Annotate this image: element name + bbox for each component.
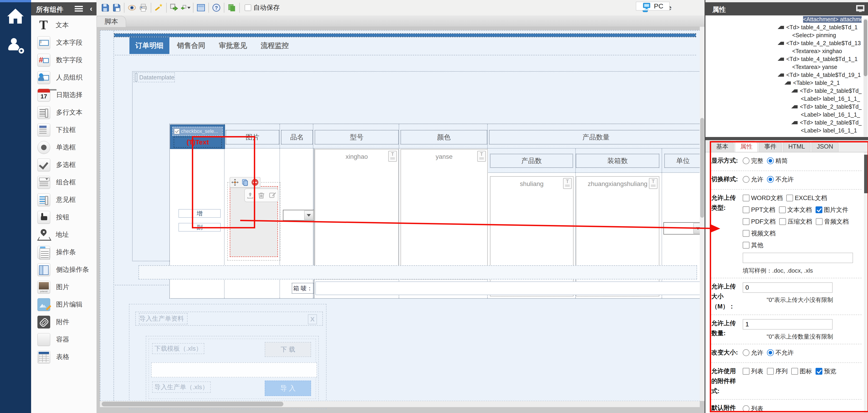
column-header-image[interactable]: 图片 bbox=[226, 130, 279, 144]
tree-node[interactable]: <Label> label_16_1_1_ bbox=[706, 95, 868, 103]
component-item[interactable]: 日期选择 bbox=[31, 86, 96, 104]
component-item[interactable]: 组合框 bbox=[31, 173, 96, 191]
component-item[interactable]: 图片编辑 bbox=[31, 296, 96, 313]
scrollbar-thumb[interactable] bbox=[864, 155, 868, 193]
radio-icon[interactable] bbox=[743, 349, 749, 356]
tree-node[interactable]: <Td> table_4_2_table$Td_13 bbox=[706, 39, 868, 47]
property-tab[interactable]: 事件 bbox=[759, 141, 782, 152]
import-button[interactable]: 导 入 bbox=[265, 381, 311, 396]
print-icon[interactable] bbox=[138, 3, 148, 13]
import-dropdown-caret[interactable] bbox=[187, 7, 190, 9]
preview-eye-icon[interactable] bbox=[127, 3, 137, 13]
checkbox-option[interactable]: PPT文档 bbox=[743, 205, 775, 215]
checkbox-option[interactable]: 压缩文档 bbox=[779, 216, 812, 227]
checkbox-icon[interactable] bbox=[743, 218, 749, 225]
component-item[interactable]: 容器 bbox=[31, 331, 96, 348]
checkbox-icon[interactable] bbox=[743, 368, 749, 375]
home-icon[interactable] bbox=[7, 9, 24, 25]
subheader-box-count[interactable]: 装箱数 bbox=[576, 154, 659, 168]
checkbox-option[interactable]: 视频文档 bbox=[743, 228, 776, 239]
copy-pages-icon[interactable] bbox=[227, 3, 237, 13]
add-row-button[interactable]: 增 bbox=[179, 209, 221, 218]
property-tab[interactable]: 属性 bbox=[735, 141, 758, 152]
tree-node[interactable]: <Td> table_2_table$Td_4 bbox=[706, 118, 868, 127]
radio-option[interactable]: 完整 bbox=[743, 156, 763, 166]
designer-tab[interactable]: 脚本 bbox=[96, 16, 126, 27]
column-header-color[interactable]: 颜色 bbox=[401, 130, 487, 144]
column-header-name[interactable]: 品名 bbox=[281, 130, 313, 144]
copy-icon[interactable] bbox=[241, 178, 249, 186]
tree-expand-icon[interactable] bbox=[778, 58, 784, 61]
collapse-panel-icon[interactable]: ‹ bbox=[90, 4, 92, 13]
checkbox-option[interactable]: PDF文档 bbox=[743, 216, 776, 227]
checkbox-option[interactable]: 其他 bbox=[743, 240, 763, 250]
checkbox-icon[interactable] bbox=[743, 242, 749, 248]
radio-icon[interactable] bbox=[767, 176, 774, 183]
component-item[interactable]: 意见框 bbox=[31, 191, 96, 208]
properties-scrollbar[interactable] bbox=[864, 152, 868, 413]
prop-input[interactable] bbox=[743, 282, 833, 293]
form-tab[interactable]: 流程监控 bbox=[255, 37, 295, 54]
tree-expand-icon[interactable] bbox=[791, 121, 798, 124]
component-item[interactable]: 图片 bbox=[31, 278, 96, 296]
checkbox-option[interactable]: 音频文档 bbox=[816, 216, 849, 227]
tree-node[interactable]: <Td> table_4_2_table$Td_1 bbox=[706, 23, 868, 31]
radio-icon[interactable] bbox=[743, 176, 749, 183]
prop-input[interactable] bbox=[743, 319, 833, 330]
subheader-unit[interactable]: 单位 bbox=[664, 154, 702, 168]
autosave-toggle[interactable]: 自动保存 bbox=[244, 3, 280, 12]
dialog-close-button[interactable]: X bbox=[308, 314, 317, 324]
save-as-icon[interactable] bbox=[112, 3, 121, 13]
checkbox-icon[interactable] bbox=[743, 206, 749, 213]
checkbox-icon[interactable] bbox=[815, 368, 823, 375]
tree-node[interactable]: <Table> table_2_1 bbox=[706, 79, 868, 87]
product-name-select[interactable] bbox=[283, 210, 314, 221]
device-pc-button[interactable]: PC bbox=[636, 2, 670, 10]
wizard-wand-icon[interactable] bbox=[154, 3, 164, 13]
menu-icon[interactable] bbox=[75, 6, 83, 12]
export-icon[interactable] bbox=[169, 3, 179, 13]
save-icon[interactable] bbox=[100, 3, 110, 13]
canvas-horizontal-scrollbar[interactable] bbox=[100, 401, 700, 407]
component-item[interactable]: 下拉框 bbox=[31, 121, 96, 139]
checkbox-option[interactable]: 图标 bbox=[791, 366, 812, 377]
tree-expand-icon[interactable] bbox=[784, 81, 791, 84]
checkbox-icon[interactable] bbox=[779, 218, 786, 225]
subheader-product-count[interactable]: 产品数 bbox=[490, 154, 573, 168]
tree-node[interactable]: <Textarea> yanse bbox=[706, 63, 868, 71]
component-item[interactable]: 数字字段 bbox=[31, 51, 96, 69]
import-icon[interactable] bbox=[181, 3, 190, 13]
scrollbar-thumb[interactable] bbox=[102, 402, 283, 406]
tree-expand-icon[interactable] bbox=[778, 26, 784, 29]
tree-node[interactable]: <Textarea> xinghao bbox=[706, 47, 868, 55]
checkbox-icon[interactable] bbox=[779, 206, 786, 213]
component-item[interactable]: 地址 bbox=[31, 226, 96, 243]
tree-expand-icon[interactable] bbox=[778, 42, 784, 45]
checkbox-option[interactable]: 列表 bbox=[743, 366, 763, 377]
radio-option[interactable]: 精简 bbox=[767, 156, 787, 166]
tree-node[interactable]: <Label> label_16_1_1 bbox=[706, 127, 868, 135]
autosave-checkbox[interactable] bbox=[245, 4, 251, 11]
radio-icon[interactable] bbox=[767, 349, 774, 356]
scrollbar-thumb[interactable] bbox=[864, 20, 867, 76]
form-tab[interactable]: 销售合同 bbox=[171, 37, 211, 54]
form-header-bar[interactable] bbox=[115, 34, 696, 37]
shipping-mark-input[interactable] bbox=[315, 281, 728, 295]
component-item[interactable]: 表格 bbox=[31, 348, 96, 366]
move-icon[interactable] bbox=[231, 178, 239, 186]
tree-node[interactable]: <Td> table_2_table$Td_1 bbox=[706, 87, 868, 95]
property-tab[interactable]: 基本 bbox=[711, 141, 734, 152]
unit-select[interactable] bbox=[663, 222, 703, 235]
tree-expand-icon[interactable] bbox=[791, 105, 798, 108]
property-tab[interactable]: HTML bbox=[783, 141, 810, 152]
checkbox-icon[interactable] bbox=[767, 368, 774, 375]
duplicate-row-button[interactable]: 副 bbox=[179, 223, 221, 232]
tree-node[interactable]: <Label> label_16_1_1_ bbox=[706, 111, 868, 118]
component-item[interactable]: 按钮 bbox=[31, 208, 96, 226]
tree-node[interactable]: <Td> table_4_table$Td_19_1 bbox=[706, 71, 868, 79]
property-tab[interactable]: JSON bbox=[812, 141, 838, 152]
radio-icon[interactable] bbox=[743, 405, 749, 412]
tree-expand-icon[interactable] bbox=[791, 89, 798, 93]
component-item[interactable]: 多行文本 bbox=[31, 104, 96, 121]
download-button[interactable]: 下 载 bbox=[265, 342, 311, 357]
